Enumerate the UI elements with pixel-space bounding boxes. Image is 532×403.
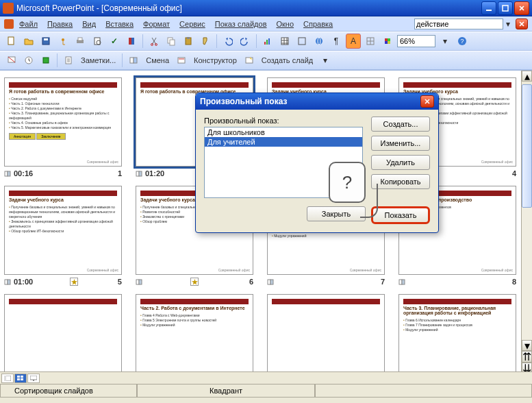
svg-rect-41	[8, 171, 10, 176]
transition-button-icon[interactable]	[126, 53, 141, 68]
menu-file[interactable]: Файл	[19, 20, 38, 28]
slide-thumb[interactable]: Задачи учебного курсаПолучение базовых и…	[4, 186, 122, 286]
notes-button[interactable]: Заметки...	[78, 56, 118, 64]
svg-point-5	[62, 38, 64, 41]
copy-button[interactable]: Копировать	[371, 174, 430, 189]
help-icon[interactable]: ?	[455, 34, 470, 49]
menu-slideshow[interactable]: Показ слайдов	[215, 20, 267, 28]
slide-thumb[interactable]: Часть 3. Планирование, рациональная орга…	[398, 294, 516, 371]
new-doc-icon[interactable]	[4, 34, 19, 49]
svg-rect-50	[136, 280, 139, 284]
create-button[interactable]: Создать...	[371, 117, 430, 132]
slide-thumb[interactable]: Часть 2. Работа с документами в Интернет…	[136, 294, 253, 371]
next-slide-nav-icon[interactable]: ⇊	[522, 363, 532, 371]
table-icon[interactable]	[277, 34, 292, 49]
svg-rect-34	[43, 58, 49, 63]
help-search-box[interactable]	[414, 19, 503, 29]
research-icon[interactable]	[124, 34, 139, 49]
slideshow-view-icon[interactable]	[27, 374, 40, 383]
dialog-titlebar[interactable]: Произвольный показ	[196, 93, 438, 110]
svg-rect-28	[385, 41, 388, 44]
new-slide-button[interactable]: Создать слайд	[259, 56, 316, 64]
scroll-down-icon[interactable]: ▾	[522, 340, 532, 351]
custom-show-item[interactable]: Для школьников	[205, 127, 362, 137]
svg-rect-11	[131, 38, 134, 45]
redo-icon[interactable]	[238, 34, 253, 49]
svg-rect-0	[486, 10, 492, 11]
help-callout: ?	[329, 162, 366, 203]
help-search-input[interactable]	[414, 19, 503, 29]
animation-star-icon: ★	[190, 278, 199, 286]
mdi-close-button[interactable]	[516, 19, 528, 29]
vertical-scrollbar[interactable]: ▴ ▾ ⇈ ⇊	[521, 71, 532, 371]
svg-rect-49	[8, 280, 10, 284]
dialog-close-button[interactable]	[420, 95, 434, 108]
slide-thumb[interactable]: Я готов работать в современном офисеСпис…	[4, 77, 122, 178]
status-bar: Сортировщик слайдов Квадрант	[0, 384, 532, 398]
svg-rect-51	[139, 280, 142, 284]
paste-icon[interactable]	[181, 34, 196, 49]
slide-thumb[interactable]: Современный офис11	[267, 294, 385, 371]
edit-button[interactable]: Изменить...	[371, 136, 430, 151]
menu-tools[interactable]: Сервис	[179, 20, 205, 28]
copy-icon[interactable]	[164, 34, 179, 49]
transition-icon	[398, 278, 406, 286]
chart-icon[interactable]	[260, 34, 275, 49]
grid-icon[interactable]	[363, 34, 378, 49]
svg-rect-55	[402, 280, 405, 284]
print-icon[interactable]	[73, 34, 88, 49]
show-formatting-icon[interactable]: A	[346, 34, 361, 49]
rehearse-icon[interactable]	[21, 53, 36, 68]
close-button[interactable]	[514, 1, 529, 15]
svg-rect-38	[178, 58, 185, 63]
sorter-view-icon[interactable]	[14, 374, 27, 383]
menu-help[interactable]: Справка	[303, 20, 333, 28]
design-button[interactable]: Конструктор	[191, 56, 240, 64]
svg-point-23	[316, 38, 322, 45]
tables-borders-icon[interactable]	[294, 34, 309, 49]
svg-rect-69	[21, 378, 23, 380]
undo-icon[interactable]	[220, 34, 236, 49]
permission-icon[interactable]	[55, 34, 71, 49]
normal-view-icon[interactable]	[1, 374, 14, 383]
menu-edit[interactable]: Правка	[47, 20, 73, 28]
color-icon[interactable]	[380, 34, 395, 49]
new-slide-icon[interactable]	[242, 53, 257, 68]
scroll-up-icon[interactable]: ▴	[522, 71, 532, 82]
menu-format[interactable]: Формат	[143, 20, 170, 28]
minimize-button[interactable]	[481, 1, 496, 15]
menu-window[interactable]: Окно	[277, 20, 294, 28]
delete-button[interactable]: Удалить	[371, 155, 430, 170]
menu-view[interactable]: Вид	[82, 20, 96, 28]
design-button-icon[interactable]	[174, 53, 189, 68]
transition-button[interactable]: Смена	[143, 56, 172, 64]
prev-slide-nav-icon[interactable]: ⇈	[522, 351, 532, 363]
zoom-box[interactable]: 66%	[397, 35, 435, 47]
notes-button-icon[interactable]	[61, 53, 76, 68]
close-dialog-button[interactable]: Закрыть	[307, 206, 366, 221]
new-slide-dropdown[interactable]: ▾	[318, 53, 333, 68]
svg-rect-22	[299, 38, 305, 45]
menu-insert[interactable]: Вставка	[105, 20, 134, 28]
transition-icon	[136, 170, 143, 178]
show-button[interactable]: Показать	[371, 206, 430, 224]
hyperlink-icon[interactable]	[312, 34, 327, 49]
zoom-dropdown[interactable]: ▾	[438, 34, 453, 49]
preview-icon[interactable]	[90, 34, 105, 49]
save-icon[interactable]	[38, 34, 53, 49]
expand-all-icon[interactable]: ¶	[329, 34, 344, 49]
cut-icon[interactable]	[147, 34, 162, 49]
open-icon[interactable]	[21, 34, 36, 49]
slide-thumb[interactable]: Современный офис9	[4, 294, 122, 371]
format-painter-icon[interactable]	[198, 34, 213, 49]
scroll-thumb[interactable]	[522, 84, 532, 208]
svg-rect-68	[17, 378, 20, 380]
maximize-button[interactable]	[498, 1, 513, 15]
svg-rect-40	[5, 171, 8, 176]
summary-icon[interactable]	[38, 53, 53, 68]
help-search-dropdown[interactable]: ▾	[503, 16, 513, 32]
spellcheck-icon[interactable]: ✓	[107, 34, 122, 49]
custom-show-item[interactable]: Для учителей	[205, 137, 362, 147]
hide-slide-icon[interactable]	[4, 53, 19, 68]
svg-rect-39	[246, 58, 253, 63]
